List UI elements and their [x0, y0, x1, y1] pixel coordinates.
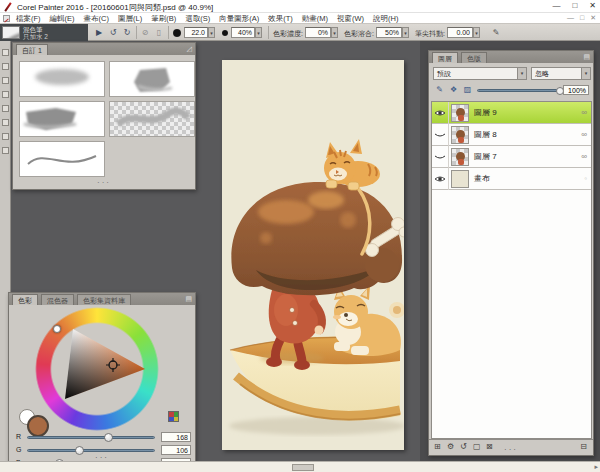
- doc-restore-button[interactable]: □: [580, 14, 584, 22]
- brush-size-dropdown[interactable]: ▾: [208, 27, 215, 38]
- layer-link-icon: ∞: [581, 152, 587, 161]
- tab-mixer[interactable]: 混色器: [41, 294, 74, 305]
- toolbox-tool-icon[interactable]: [2, 49, 9, 56]
- menu-layers[interactable]: 圖層(L): [118, 14, 142, 24]
- menu-effects[interactable]: 效果(T): [268, 14, 293, 24]
- menu-edit[interactable]: 編輯(E): [50, 14, 75, 24]
- layer-row-7[interactable]: 圖層 7 ∞: [432, 146, 591, 168]
- layer-link-icon: ∞: [581, 108, 587, 117]
- layer-opacity-field[interactable]: 100%: [563, 85, 589, 95]
- close-button[interactable]: ✕: [589, 1, 596, 10]
- visibility-eye-icon[interactable]: [432, 146, 449, 168]
- jitter-dropdown[interactable]: ▾: [473, 27, 480, 38]
- layer-row-9[interactable]: 圖層 9 ∞: [432, 102, 591, 124]
- doc-close-button[interactable]: ✕: [590, 14, 596, 22]
- resat-dropdown[interactable]: ▾: [331, 27, 338, 38]
- panel-toggle-icon[interactable]: ▯: [153, 27, 165, 38]
- advanced-brush-icon[interactable]: ✎: [490, 27, 502, 38]
- layer-thumbnail: [451, 104, 469, 122]
- tab-color[interactable]: 色彩: [12, 294, 38, 305]
- toolbox-tool-icon[interactable]: [2, 77, 9, 84]
- artwork-dog: [333, 285, 404, 356]
- composite-method-dropdown[interactable]: 預設 ▾: [433, 67, 527, 80]
- toolbox-tool-icon[interactable]: [2, 91, 9, 98]
- hue-marker[interactable]: [53, 325, 61, 333]
- color-panel-header[interactable]: 色彩 混色器 色彩集資料庫 ▤: [9, 293, 195, 305]
- green-slider-label: G: [16, 446, 21, 453]
- tab-channels[interactable]: 色版: [461, 52, 487, 63]
- tab-custom-1[interactable]: 自訂 1: [16, 44, 48, 55]
- panel-resize-icon[interactable]: ◿: [187, 45, 192, 53]
- palette-brush-swatch[interactable]: [19, 141, 105, 177]
- layer-row-canvas[interactable]: 畫布 ◦: [432, 168, 591, 190]
- layers-overflow-dots[interactable]: ···: [429, 445, 593, 454]
- minimize-button[interactable]: —: [552, 1, 560, 10]
- palette-brush-swatch[interactable]: [19, 61, 105, 97]
- menu-canvas[interactable]: 畫布(C): [84, 14, 109, 24]
- bleed-dropdown[interactable]: ▾: [402, 27, 409, 38]
- bleed-label: 色彩溶合:: [344, 29, 374, 39]
- palette-eraser-swatch[interactable]: [109, 101, 195, 137]
- layers-bottom-toolbar: ⊞ ⚙ ↺ ▢ ⊠ ⊟ ···: [429, 439, 593, 455]
- red-value-field[interactable]: 168: [161, 432, 191, 442]
- kaleidoscope-icon[interactable]: ↻: [121, 27, 133, 38]
- menu-brushes[interactable]: 筆刷(B): [151, 14, 176, 24]
- canvas-document[interactable]: [222, 60, 404, 450]
- horizontal-scrollbar[interactable]: ▸: [0, 461, 600, 472]
- preserve-transparency-icon[interactable]: ✎: [433, 84, 446, 96]
- brush-selector[interactable]: 混色筆 只加水 2: [0, 24, 88, 41]
- toolbox-tool-icon[interactable]: [2, 63, 9, 70]
- brush-size-field[interactable]: 22.0: [184, 27, 208, 38]
- palette-brush-swatch[interactable]: [109, 61, 195, 97]
- scrollbar-thumb[interactable]: [292, 464, 314, 471]
- menu-file[interactable]: 檔案(F): [16, 14, 41, 24]
- menu-movie[interactable]: 動畫(M): [302, 14, 328, 24]
- layer-opacity-slider[interactable]: [477, 89, 563, 92]
- toolbox-tool-icon[interactable]: [2, 105, 9, 112]
- pickup-underlying-icon[interactable]: ▨: [461, 84, 474, 96]
- layers-panel-header[interactable]: 圖層 色版 ▤: [429, 51, 593, 63]
- visibility-eye-icon[interactable]: [432, 124, 449, 146]
- menu-select[interactable]: 選取(S): [185, 14, 210, 24]
- resat-field[interactable]: 0%: [305, 27, 331, 38]
- brush-category-label: 混色筆: [23, 26, 48, 33]
- red-slider-knob[interactable]: [104, 433, 113, 442]
- color-panel: 色彩 混色器 色彩集資料庫 ▤ R 168: [8, 292, 196, 466]
- toolbox-tool-icon[interactable]: [2, 147, 9, 154]
- panel-menu-icon[interactable]: ▤: [185, 295, 192, 303]
- app-window: Corel Painter 2016 - [20160601同與同類.psd @…: [0, 0, 600, 472]
- tab-layers[interactable]: 圖層: [432, 52, 458, 63]
- toolbox-tool-icon[interactable]: [2, 133, 9, 140]
- mirror-paint-icon[interactable]: ↺: [107, 27, 119, 38]
- menu-help[interactable]: 說明(H): [373, 14, 398, 24]
- disabled-tool-icon[interactable]: ⊘: [139, 27, 151, 38]
- composite-depth-dropdown[interactable]: 忽略 ▾: [531, 67, 591, 80]
- wet-layer-icon[interactable]: ❖: [447, 84, 460, 96]
- custom-palette-header[interactable]: 自訂 1 ◿: [13, 43, 195, 55]
- panel-menu-icon[interactable]: ▤: [583, 53, 590, 61]
- palette-brush-swatch[interactable]: [19, 101, 105, 137]
- jitter-field[interactable]: 0.00: [447, 27, 473, 38]
- maximize-button[interactable]: □: [572, 1, 577, 10]
- toolbox-tool-icon[interactable]: [2, 119, 9, 126]
- layers-panel: 圖層 色版 ▤ 預設 ▾ 忽略 ▾ ✎ ❖ ▨ 100%: [428, 50, 594, 456]
- green-slider[interactable]: [27, 449, 155, 452]
- scroll-right-icon[interactable]: ▸: [594, 463, 598, 471]
- doc-minimize-button[interactable]: —: [567, 14, 574, 22]
- color-set-icon[interactable]: [168, 411, 179, 422]
- palette-overflow-dots[interactable]: ···: [13, 178, 195, 187]
- layer-row-8[interactable]: 圖層 8 ∞: [432, 124, 591, 146]
- visibility-eye-icon[interactable]: [432, 102, 449, 124]
- window-title: Corel Painter 2016 - [20160601同與同類.psd @…: [17, 2, 213, 13]
- tab-color-sets[interactable]: 色彩集資料庫: [77, 294, 131, 305]
- pointer-tool-icon[interactable]: ▶: [93, 27, 105, 38]
- menu-window[interactable]: 視窗(W): [337, 14, 364, 24]
- layer-link-icon: ∞: [581, 130, 587, 139]
- opacity-dropdown[interactable]: ▾: [255, 27, 262, 38]
- canvas-thumbnail: [451, 170, 469, 188]
- red-slider[interactable]: [27, 436, 155, 439]
- bleed-field[interactable]: 50%: [376, 27, 402, 38]
- visibility-eye-icon[interactable]: [432, 168, 449, 190]
- opacity-field[interactable]: 40%: [231, 27, 255, 38]
- menu-shapes[interactable]: 向量圖形(A): [219, 14, 259, 24]
